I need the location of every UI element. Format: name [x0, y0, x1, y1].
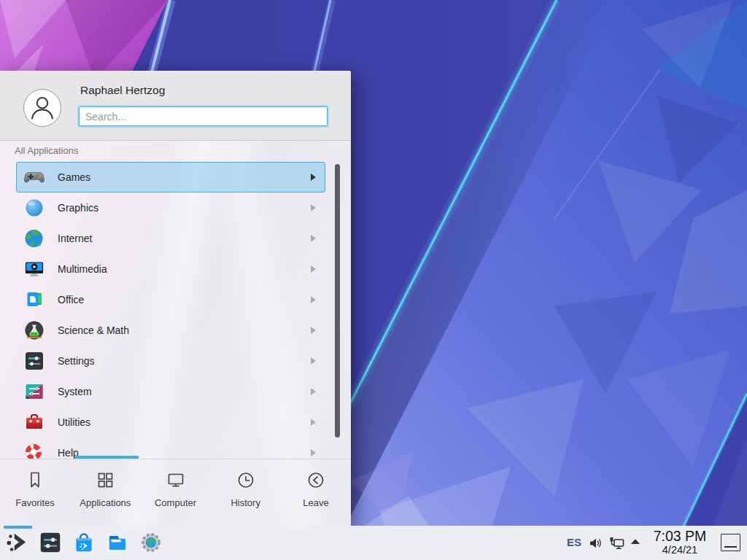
section-label: All Applications — [15, 145, 78, 156]
active-task-indicator — [4, 526, 32, 529]
launcher-header: Raphael Hertzog — [0, 71, 351, 141]
category-label: Science & Math — [58, 324, 129, 336]
clock-time: 7:03 PM — [648, 528, 712, 544]
application-launcher-button[interactable] — [5, 530, 30, 555]
category-graphics[interactable]: Graphics — [16, 192, 325, 223]
category-label: Office — [58, 294, 84, 306]
sphere-icon — [23, 196, 46, 219]
leave-icon — [306, 470, 326, 490]
submenu-arrow-icon — [311, 388, 316, 395]
category-label: Multimedia — [58, 263, 107, 275]
submenu-arrow-icon — [311, 449, 316, 456]
category-label: Internet — [58, 233, 92, 244]
submenu-arrow-icon — [311, 235, 316, 242]
category-list: All Applications Games — [0, 140, 351, 459]
system-settings-button[interactable] — [38, 530, 63, 555]
tab-label: Leave — [303, 497, 328, 508]
submenu-arrow-icon — [311, 327, 316, 334]
tab-applications[interactable]: Applications — [70, 459, 140, 526]
volume-icon[interactable] — [588, 536, 603, 551]
keyboard-layout-indicator[interactable]: ES — [567, 536, 581, 548]
scrollbar-handle[interactable] — [335, 164, 340, 438]
app-grid-icon — [95, 470, 115, 490]
category-label: Games — [58, 171, 90, 183]
toolbox-icon — [23, 411, 46, 434]
submenu-arrow-icon — [311, 357, 316, 365]
submenu-arrow-icon — [311, 174, 316, 181]
tab-label: History — [231, 497, 260, 508]
tab-label: Computer — [155, 497, 196, 508]
media-player-icon — [23, 257, 46, 281]
clock-date: 4/24/21 — [648, 544, 712, 556]
category-label: System — [58, 386, 92, 397]
tab-history[interactable]: History — [211, 459, 281, 526]
category-system[interactable]: System — [16, 376, 325, 407]
tab-leave[interactable]: Leave — [281, 459, 351, 526]
tab-favorites[interactable]: Favorites — [0, 459, 70, 526]
category-help[interactable]: Help — [16, 438, 325, 459]
submenu-arrow-icon — [311, 296, 316, 303]
lifebuoy-icon — [23, 441, 46, 459]
category-office[interactable]: Office — [16, 284, 325, 315]
category-utilities[interactable]: Utilities — [16, 407, 325, 438]
submenu-arrow-icon — [311, 265, 316, 273]
category-label: Graphics — [58, 202, 98, 214]
category-label: Settings — [58, 355, 95, 367]
sliders-icon — [23, 349, 46, 373]
category-settings[interactable]: Settings — [16, 346, 325, 376]
category-internet[interactable]: Internet — [16, 223, 325, 254]
tab-label: Applications — [80, 497, 131, 508]
globe-icon — [23, 227, 46, 250]
application-launcher-menu: Raphael Hertzog All Applications — [0, 71, 351, 526]
category-games[interactable]: Games — [16, 162, 325, 192]
category-multimedia[interactable]: Multimedia — [16, 254, 325, 284]
clock-icon — [236, 470, 256, 490]
search-input[interactable] — [79, 106, 328, 126]
flask-icon — [23, 319, 46, 342]
system-sliders-icon — [23, 380, 46, 403]
user-name: Raphael Hertzog — [80, 84, 165, 97]
digital-clock[interactable]: 7:03 PM 4/24/21 — [648, 528, 712, 556]
category-science-math[interactable]: Science & Math — [16, 315, 325, 346]
discover-button[interactable] — [71, 530, 96, 555]
web-browser-button[interactable] — [139, 530, 163, 555]
show-desktop-button[interactable] — [721, 534, 740, 551]
category-label: Utilities — [58, 416, 90, 428]
file-manager-button[interactable] — [105, 530, 130, 555]
submenu-arrow-icon — [311, 204, 316, 211]
user-avatar[interactable] — [23, 89, 61, 127]
tab-computer[interactable]: Computer — [140, 459, 210, 526]
launcher-tab-bar: Favorites Applications Computer History — [0, 459, 351, 526]
documents-icon — [23, 288, 46, 311]
tab-label: Favorites — [15, 497, 54, 508]
gamepad-icon — [23, 166, 46, 189]
taskbar: ES 7:03 PM 4/24/21 — [0, 526, 747, 560]
expand-tray-caret-icon[interactable] — [630, 538, 640, 545]
submenu-arrow-icon — [311, 419, 316, 426]
monitor-icon — [166, 470, 186, 490]
bookmark-icon — [25, 470, 45, 490]
desktop: Raphael Hertzog All Applications — [0, 0, 747, 560]
network-icon[interactable] — [608, 536, 625, 551]
person-icon — [24, 90, 61, 126]
